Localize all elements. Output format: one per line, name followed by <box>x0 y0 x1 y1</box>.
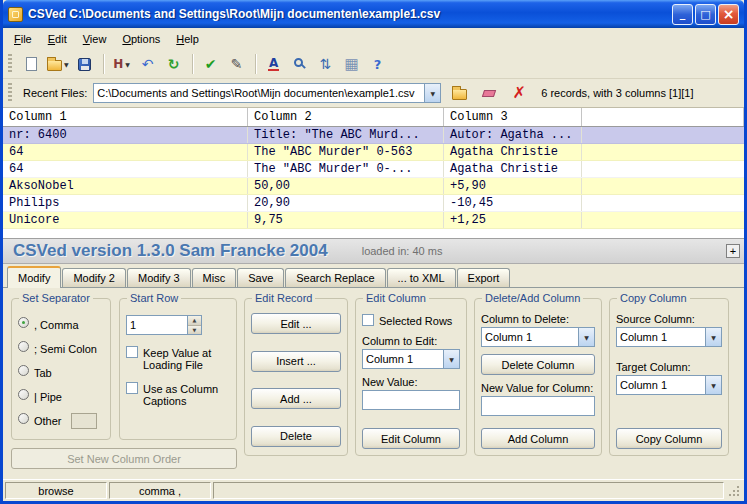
start-row-input[interactable] <box>126 315 187 335</box>
stepper-up-button[interactable]: ▲ <box>188 316 201 325</box>
column-width-button[interactable]: H▼ <box>110 52 134 76</box>
edit-record-add-button[interactable]: Add ... <box>251 388 341 409</box>
radio-button-icon[interactable] <box>18 341 29 352</box>
keep-value-checkbox-row[interactable]: Keep Value at Loading File <box>126 345 230 373</box>
grid-view-button[interactable]: ▦ <box>340 52 364 76</box>
refresh-button[interactable]: ↻ <box>162 52 186 76</box>
edit-column-button[interactable]: Edit Column <box>362 428 460 449</box>
radio-other[interactable]: Other <box>18 413 104 429</box>
other-separator-input[interactable] <box>71 413 97 429</box>
menu-edit[interactable]: Edit <box>40 30 75 48</box>
column-header[interactable] <box>582 108 744 126</box>
checkbox-icon[interactable] <box>126 346 138 358</box>
combo-dropdown-button[interactable]: ▼ <box>443 350 459 368</box>
edit-record-insert-button[interactable]: Insert ... <box>251 351 341 372</box>
combo-dropdown-button[interactable]: ▼ <box>705 376 721 394</box>
checkbox-icon[interactable] <box>362 314 374 326</box>
folder-icon <box>452 89 467 100</box>
column-to-delete-select[interactable]: Column 1 ▼ <box>481 327 595 347</box>
tab-to-xml[interactable]: ... to XML <box>387 268 456 287</box>
column-header[interactable]: Column 2 <box>248 108 444 126</box>
resize-grip[interactable] <box>726 482 742 499</box>
undo-button[interactable]: ↶ <box>136 52 160 76</box>
column-to-edit-select[interactable]: Column 1 ▼ <box>362 349 460 369</box>
minimize-button[interactable]: _ <box>672 4 693 25</box>
table-row[interactable]: 64 The "ABC Murder" 0-563 Agatha Christi… <box>3 144 744 161</box>
radio-comma[interactable]: , Comma <box>18 317 104 333</box>
cell: 9,75 <box>248 212 444 228</box>
radio-pipe[interactable]: | Pipe <box>18 389 104 405</box>
new-value-input[interactable] <box>362 390 460 410</box>
table-row[interactable]: Unicore 9,75 +1,25 <box>3 212 744 229</box>
combo-dropdown-button[interactable]: ▼ <box>424 84 440 102</box>
target-column-select[interactable]: Column 1 ▼ <box>616 375 722 395</box>
table-row[interactable]: 64 The "ABC Murder" 0-... Agatha Christi… <box>3 161 744 178</box>
new-file-button[interactable] <box>19 52 43 76</box>
checkbox-icon[interactable] <box>126 382 138 394</box>
menu-help[interactable]: Help <box>168 30 207 48</box>
new-value-for-column-input[interactable] <box>481 396 595 416</box>
radio-button-icon[interactable] <box>18 389 29 400</box>
open-recent-button[interactable] <box>447 81 471 105</box>
apply-button[interactable]: ✔ <box>199 52 223 76</box>
edit-record-button[interactable]: ✎ <box>225 52 249 76</box>
radio-tab[interactable]: Tab <box>18 365 104 381</box>
edit-record-edit-button[interactable]: Edit ... <box>251 313 341 334</box>
group-title: Edit Column <box>363 292 429 304</box>
radio-button-icon[interactable] <box>18 413 29 424</box>
help-icon: ? <box>374 58 382 71</box>
expand-button[interactable]: + <box>726 244 740 258</box>
font-button[interactable]: A <box>262 52 286 76</box>
cell: AksoNobel <box>3 178 248 194</box>
column-header[interactable]: Column 3 <box>444 108 582 126</box>
menu-options[interactable]: Options <box>114 30 168 48</box>
table-row[interactable]: Philips 20,90 -10,45 <box>3 195 744 212</box>
column-header[interactable]: Column 1 <box>3 108 248 126</box>
column-captions-checkbox-row[interactable]: Use as Column Captions <box>126 381 230 409</box>
recent-files-bar: Recent Files: C:\Documents and Settings\… <box>3 79 744 108</box>
sort-button[interactable]: ⇅ <box>314 52 338 76</box>
tab-export[interactable]: Export <box>457 268 511 287</box>
menu-file[interactable]: File <box>6 30 40 48</box>
add-column-button[interactable]: Add Column <box>481 428 595 449</box>
close-button[interactable]: × <box>718 4 739 25</box>
maximize-button[interactable]: □ <box>695 4 716 25</box>
recent-files-combobox[interactable]: C:\Documents and Settings\Root\Mijn docu… <box>93 83 441 103</box>
tab-search-replace[interactable]: Search Replace <box>285 268 385 287</box>
radio-button-icon[interactable] <box>18 317 29 328</box>
clear-recent-button[interactable] <box>477 81 501 105</box>
copy-column-button[interactable]: Copy Column <box>616 428 722 449</box>
open-file-button[interactable]: ▼ <box>45 52 71 76</box>
toolbar-separator <box>103 54 104 74</box>
radio-semicolon[interactable]: ; Semi Colon <box>18 341 104 357</box>
find-button[interactable] <box>288 52 312 76</box>
toolbar-grip[interactable] <box>8 83 12 103</box>
edit-record-delete-button[interactable]: Delete <box>251 426 341 447</box>
column-width-icon: H <box>113 58 123 70</box>
tab-modify[interactable]: Modify <box>7 266 61 288</box>
tab-save[interactable]: Save <box>237 268 284 287</box>
status-bar: browse comma , <box>3 479 744 501</box>
toolbar-grip[interactable] <box>8 54 12 74</box>
remove-recent-button[interactable]: ✗ <box>507 81 531 105</box>
tab-modify-3[interactable]: Modify 3 <box>127 268 191 287</box>
table-row[interactable]: nr: 6400 Title: "The ABC Murd... Autor: … <box>3 127 744 144</box>
stepper-down-button[interactable]: ▼ <box>188 325 201 335</box>
undo-icon: ↶ <box>142 57 154 71</box>
radio-button-icon[interactable] <box>18 365 29 376</box>
set-new-column-order-button[interactable]: Set New Column Order <box>11 448 237 469</box>
delete-column-button[interactable]: Delete Column <box>481 354 595 375</box>
tab-modify-2[interactable]: Modify 2 <box>62 268 126 287</box>
sort-icon: ⇅ <box>320 57 332 71</box>
table-row[interactable]: AksoNobel 50,00 +5,90 <box>3 178 744 195</box>
help-button[interactable]: ? <box>366 52 390 76</box>
tab-misc[interactable]: Misc <box>192 268 237 287</box>
set-separator-group: Set Separator , Comma ; Semi Colon Tab <box>11 298 111 440</box>
menu-view[interactable]: View <box>75 30 115 48</box>
window-title: CSVed C:\Documents and Settings\Root\Mij… <box>28 7 667 21</box>
save-button[interactable] <box>73 52 97 76</box>
combo-dropdown-button[interactable]: ▼ <box>578 328 594 346</box>
selected-rows-checkbox-row[interactable]: Selected Rows <box>362 313 460 329</box>
source-column-select[interactable]: Column 1 ▼ <box>616 327 722 347</box>
combo-dropdown-button[interactable]: ▼ <box>705 328 721 346</box>
